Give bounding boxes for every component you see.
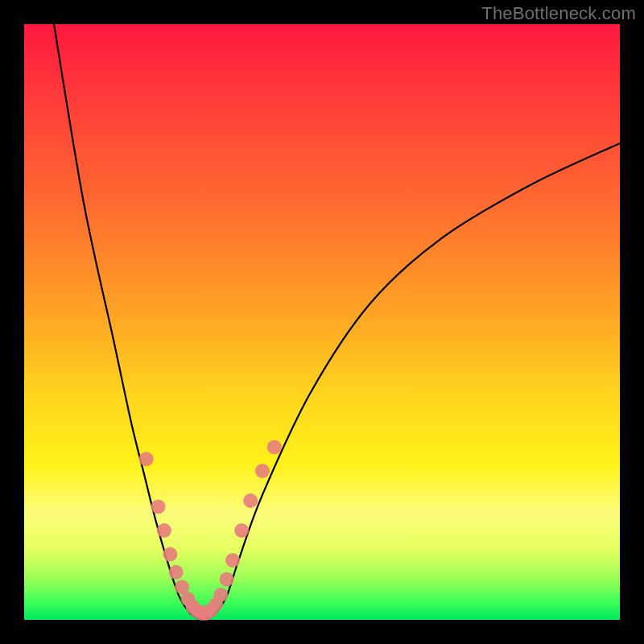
chart-svg [24, 24, 620, 620]
marker-dot [213, 588, 228, 602]
watermark-text: TheBottleneck.com [481, 3, 636, 24]
marker-dot [151, 499, 166, 514]
marker-dot [243, 493, 258, 508]
marker-dot [220, 572, 234, 587]
marker-group [139, 440, 282, 620]
marker-dot [169, 565, 184, 580]
left-branch-curve [54, 24, 203, 620]
right-branch-curve [203, 143, 620, 620]
marker-dot [255, 464, 270, 478]
marker-dot [139, 452, 154, 466]
marker-dot [163, 547, 177, 562]
plot-area [24, 24, 620, 620]
marker-dot [157, 523, 171, 538]
marker-dot [225, 553, 240, 568]
chart-container: TheBottleneck.com [0, 0, 644, 644]
marker-dot [234, 523, 249, 538]
marker-dot [267, 440, 282, 454]
